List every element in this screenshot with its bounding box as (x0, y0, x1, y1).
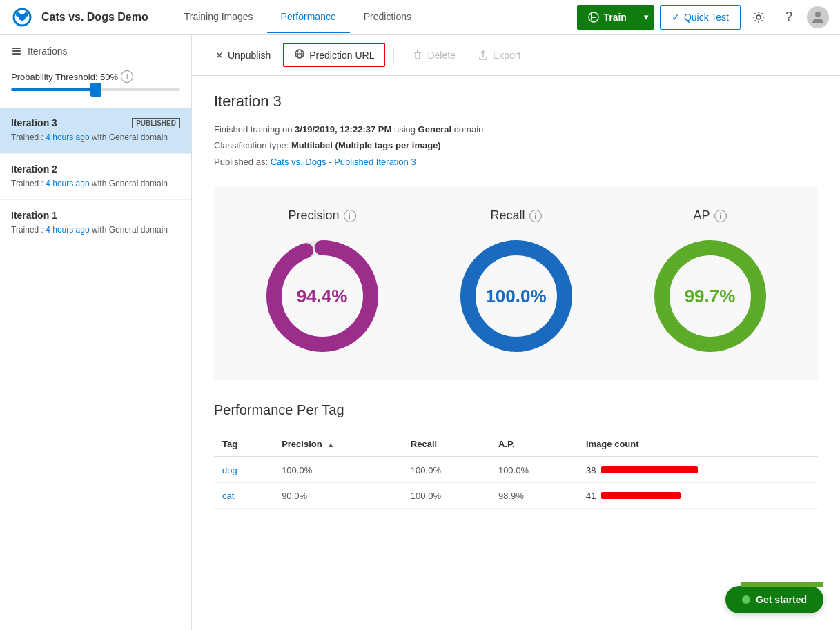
performance-table: Tag Precision ▲ Recall A.P. Image count … (214, 432, 818, 509)
iterations-label: Iterations (0, 46, 191, 65)
train-icon (588, 12, 599, 23)
cat-bar-fill (601, 492, 681, 499)
iteration-info-line2: Classification type: Multilabel (Multipl… (214, 137, 818, 153)
avatar[interactable] (807, 6, 829, 28)
iteration3-name: Iteration 3 (11, 117, 57, 128)
probability-label: Probability Threshold: 50% i (11, 70, 180, 83)
checkmark-icon: ✓ (672, 12, 680, 23)
iteration1-meta: Trained : 4 hours ago with General domai… (11, 224, 180, 236)
iteration-info-line1: Finished training on 3/19/2019, 12:22:37… (214, 121, 818, 137)
iteration3-meta: Trained : 4 hours ago with General domai… (11, 131, 180, 144)
probability-section: Probability Threshold: 50% i (0, 65, 191, 108)
tag-dog-link[interactable]: dog (222, 465, 237, 475)
iteration3-header: Iteration 3 PUBLISHED (11, 117, 180, 128)
iteration1-header: Iteration 1 (11, 210, 180, 221)
svg-point-3 (24, 12, 28, 17)
probability-slider[interactable] (11, 88, 180, 91)
toolbar-divider (393, 47, 394, 63)
tag-cat-link[interactable]: cat (222, 491, 234, 501)
cat-image-count: 41 (578, 483, 818, 509)
svg-rect-7 (12, 53, 21, 55)
train-button[interactable]: Train ▾ (577, 5, 654, 30)
recall-info-icon[interactable]: i (529, 210, 542, 222)
recall-label: Recall i (490, 208, 541, 223)
sidebar-item-iteration2[interactable]: Iteration 2 Trained : 4 hours ago with G… (0, 154, 191, 200)
ap-info-icon[interactable]: i (714, 210, 727, 222)
dog-precision: 100.0% (273, 457, 402, 483)
precision-info-icon[interactable]: i (344, 210, 356, 222)
svg-rect-13 (416, 52, 420, 59)
iteration-domain: General (418, 124, 451, 135)
cat-precision: 90.0% (273, 483, 402, 509)
tab-performance[interactable]: Performance (267, 1, 350, 33)
cat-bar (601, 490, 681, 501)
slider-fill (11, 88, 96, 91)
iteration-published-link[interactable]: Cats vs. Dogs - Published Iteration 3 (271, 157, 416, 167)
export-button[interactable]: Export (468, 46, 530, 65)
trash-icon (412, 50, 423, 61)
unpublish-button[interactable]: ✕ Unpublish (206, 46, 280, 65)
ap-donut: 99.7% (648, 234, 772, 358)
precision-metric: Precision i 94.4% (260, 208, 384, 358)
tab-predictions[interactable]: Predictions (350, 1, 425, 33)
dog-ap: 100.0% (490, 457, 578, 483)
iteration1-name: Iteration 1 (11, 210, 57, 221)
iteration3-time-link[interactable]: 4 hours ago (46, 132, 89, 142)
probability-info-icon[interactable]: i (121, 70, 133, 83)
performance-per-tag-title: Performance Per Tag (214, 402, 818, 418)
precision-value: 94.4% (297, 286, 348, 307)
slider-thumb (90, 83, 101, 97)
prediction-url-button[interactable]: Prediction URL (283, 43, 385, 67)
iteration2-name: Iteration 2 (11, 164, 57, 175)
dog-recall: 100.0% (402, 457, 490, 483)
cat-ap: 98.9% (490, 483, 578, 509)
svg-point-6 (815, 12, 821, 17)
gear-svg (752, 10, 765, 24)
help-icon[interactable]: ? (776, 5, 801, 30)
content-scroll: Iteration 3 Finished training on 3/19/20… (192, 76, 840, 630)
app-logo-icon (11, 6, 33, 28)
col-header-image-count: Image count (578, 432, 818, 457)
export-icon (478, 50, 489, 61)
svg-point-5 (756, 15, 761, 19)
train-dropdown-arrow[interactable]: ▾ (638, 5, 654, 30)
sidebar: Iterations Probability Threshold: 50% i … (0, 35, 192, 630)
col-header-ap: A.P. (490, 432, 578, 457)
iteration1-time-link[interactable]: 4 hours ago (46, 225, 89, 235)
tab-training-images[interactable]: Training Images (170, 1, 267, 33)
app-title: Cats vs. Dogs Demo (41, 11, 148, 23)
ap-value: 99.7% (685, 286, 736, 307)
delete-button[interactable]: Delete (402, 46, 465, 65)
toolbar: ✕ Unpublish Prediction URL (192, 35, 840, 76)
sort-icon: ▲ (327, 441, 334, 449)
globe-icon (294, 48, 305, 61)
settings-icon[interactable] (746, 5, 771, 30)
metrics-row: Precision i 94.4% (225, 208, 807, 358)
svg-point-2 (16, 12, 20, 17)
table-row: dog 100.0% 100.0% 100.0% 38 (214, 457, 818, 483)
close-icon: ✕ (215, 50, 224, 61)
col-header-precision[interactable]: Precision ▲ (273, 432, 402, 457)
decoration-bar (741, 582, 823, 587)
iteration-info-line3: Published as: Cats vs. Dogs - Published … (214, 154, 818, 170)
dog-bar (601, 464, 698, 475)
sidebar-item-iteration1[interactable]: Iteration 1 Trained : 4 hours ago with G… (0, 200, 191, 246)
iteration2-meta: Trained : 4 hours ago with General domai… (11, 177, 180, 190)
recall-donut: 100.0% (454, 234, 578, 358)
iteration-type: Multilabel (Multiple tags per image) (291, 140, 441, 150)
precision-donut: 94.4% (260, 234, 384, 358)
main-layout: Iterations Probability Threshold: 50% i … (0, 35, 840, 630)
header: Cats vs. Dogs Demo Training Images Perfo… (0, 0, 840, 35)
iteration2-header: Iteration 2 (11, 164, 180, 175)
sidebar-item-iteration3[interactable]: Iteration 3 PUBLISHED Trained : 4 hours … (0, 108, 191, 154)
recall-value: 100.0% (485, 286, 546, 307)
ap-metric: AP i 99.7% (648, 208, 772, 358)
header-actions: Train ▾ ✓ Quick Test ? (577, 5, 829, 30)
dog-image-count: 38 (578, 457, 818, 483)
ap-label: AP i (693, 208, 726, 223)
iteration2-time-link[interactable]: 4 hours ago (46, 179, 89, 188)
quick-test-button[interactable]: ✓ Quick Test (660, 5, 741, 30)
recall-metric: Recall i 100.0% (454, 208, 578, 358)
dog-bar-fill (601, 466, 698, 473)
get-started-button[interactable]: Get started (725, 586, 823, 613)
